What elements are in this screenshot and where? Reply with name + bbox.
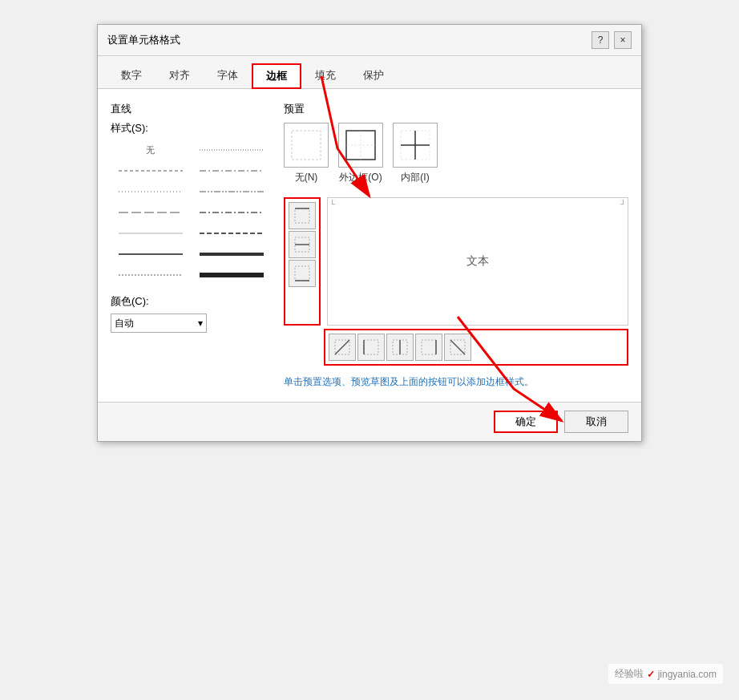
tab-font[interactable]: 字体	[204, 63, 252, 89]
corner-tl: └	[329, 200, 335, 208]
color-row: 自动 ▾	[111, 314, 271, 333]
format-cells-dialog: 设置单元格格式 ? × 数字 对齐 字体 边框 填充 保护 直线	[97, 24, 642, 442]
preset-none-box	[284, 123, 329, 168]
tab-fill[interactable]: 填充	[301, 63, 349, 89]
preset-outer[interactable]: 外边框(O)	[338, 123, 383, 184]
border-main-area: └ ┘ 文本	[284, 197, 628, 326]
preset-outer-label: 外边框(O)	[339, 171, 382, 184]
titlebar-controls: ? ×	[592, 31, 632, 49]
svg-line-35	[450, 340, 465, 354]
line-style-dashdot1[interactable]	[192, 161, 271, 180]
border-btn-bottom[interactable]	[289, 260, 316, 287]
border-left-buttons	[284, 197, 321, 326]
preset-row: 无(N) 外边框(O)	[284, 123, 628, 184]
line-style-dashdot2[interactable]	[192, 203, 271, 222]
color-label: 颜色(C):	[111, 294, 271, 309]
cancel-button[interactable]: 取消	[564, 411, 628, 433]
border-btn-top[interactable]	[289, 202, 316, 229]
preset-inner-box	[393, 123, 438, 168]
svg-rect-28	[364, 340, 378, 354]
border-bottom-buttons	[324, 329, 628, 366]
tab-number[interactable]: 数字	[107, 63, 155, 89]
svg-line-27	[335, 340, 349, 354]
preview-text: 文本	[466, 254, 489, 269]
tab-bar: 数字 对齐 字体 边框 填充 保护	[98, 56, 641, 89]
dialog-body: 直线 样式(S): 无	[98, 89, 641, 402]
help-button[interactable]: ?	[592, 31, 609, 49]
border-btn-right[interactable]	[415, 334, 442, 361]
svg-rect-24	[295, 266, 309, 281]
line-style-dotted3[interactable]	[111, 265, 190, 285]
border-preview[interactable]: └ ┘ 文本	[327, 197, 628, 326]
close-button[interactable]: ×	[614, 31, 632, 49]
svg-rect-20	[295, 208, 309, 223]
svg-rect-13	[292, 131, 321, 160]
tab-align[interactable]: 对齐	[155, 63, 204, 89]
line-style-solid-thickest[interactable]	[192, 265, 271, 285]
preset-none[interactable]: 无(N)	[284, 123, 329, 184]
tab-border[interactable]: 边框	[252, 63, 301, 89]
watermark: 经验啦 ✓ jingyania.com	[608, 664, 723, 684]
dialog-title: 设置单元格格式	[107, 33, 180, 47]
left-panel: 直线 样式(S): 无	[111, 102, 271, 389]
line-style-dashed2[interactable]	[111, 203, 190, 222]
hint-text: 单击预置选项、预览草图及上面的按钮可以添加边框样式。	[284, 375, 628, 389]
watermark-check-icon: ✓	[647, 669, 655, 680]
line-style-dashed3[interactable]	[192, 224, 271, 243]
line-style-solid-thin[interactable]	[111, 224, 190, 243]
line-style-solid-medium[interactable]	[111, 245, 190, 264]
border-btn-center-v[interactable]	[386, 334, 414, 361]
dialog-footer: 确定 取消	[98, 402, 641, 441]
color-select[interactable]: 自动 ▾	[111, 314, 207, 333]
svg-rect-32	[422, 340, 436, 354]
right-panel: 预置 无(N)	[284, 102, 628, 389]
corner-tr: ┘	[620, 200, 626, 208]
line-style-grid: 无	[111, 140, 271, 285]
dropdown-arrow-icon: ▾	[198, 318, 203, 329]
line-style-dotted1[interactable]	[192, 140, 271, 160]
line-style-none[interactable]: 无	[111, 140, 190, 160]
border-btn-left[interactable]	[357, 334, 385, 361]
color-section: 颜色(C): 自动 ▾	[111, 294, 271, 333]
preset-inner-label: 内部(I)	[401, 171, 429, 184]
line-section-label: 直线	[111, 102, 271, 116]
line-style-dashdotdot1[interactable]	[192, 182, 271, 201]
border-btn-diagonal-up[interactable]	[329, 334, 356, 361]
watermark-url: jingyania.com	[658, 669, 717, 680]
preset-inner[interactable]: 内部(I)	[393, 123, 438, 184]
watermark-text: 经验啦	[615, 667, 644, 681]
line-style-solid-thick[interactable]	[192, 245, 271, 264]
titlebar: 设置单元格格式 ? ×	[98, 25, 641, 56]
preset-none-label: 无(N)	[295, 171, 318, 184]
preset-outer-box	[338, 123, 383, 168]
style-label: 样式(S):	[111, 121, 271, 136]
line-style-dotted2[interactable]	[111, 182, 190, 201]
border-btn-middle-h[interactable]	[289, 231, 316, 258]
border-btn-diagonal-down[interactable]	[444, 334, 471, 361]
line-style-dashed1[interactable]	[111, 161, 190, 180]
preset-label: 预置	[284, 102, 628, 116]
tab-protect[interactable]: 保护	[349, 63, 398, 89]
main-layout: 直线 样式(S): 无	[111, 102, 628, 389]
border-section-wrapper: └ ┘ 文本	[284, 197, 628, 366]
ok-button[interactable]: 确定	[494, 411, 558, 433]
